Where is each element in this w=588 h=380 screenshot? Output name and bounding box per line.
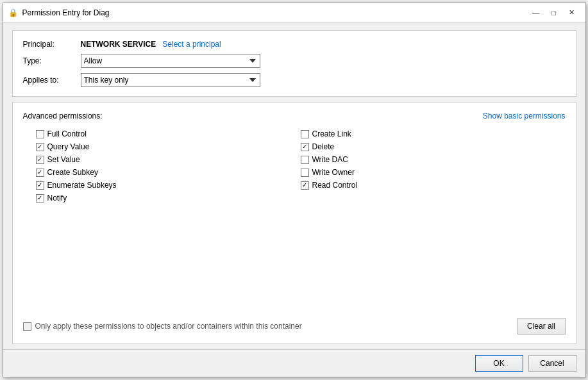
only-apply-label: Only apply these permissions to objects … (35, 322, 302, 331)
perm-label-create-link: Create Link (312, 129, 351, 138)
type-row: Type: Allow Deny (23, 54, 566, 68)
perm-label-create-subkey: Create Subkey (47, 168, 98, 177)
perm-checkbox-write-owner[interactable] (301, 169, 309, 177)
dialog-window: 🔒 Permission Entry for Diag — □ ✕ Princi… (3, 3, 586, 377)
footer-bar: OK Cancel (3, 349, 585, 377)
perm-checkbox-create-subkey[interactable] (36, 169, 44, 177)
perm-checkbox-enumerate-subkeys[interactable] (36, 181, 44, 190)
select-principal-link[interactable]: Select a principal (162, 40, 221, 49)
ok-button[interactable]: OK (475, 355, 523, 372)
only-apply-row: Only apply these permissions to objects … (23, 318, 566, 335)
title-bar-buttons: — □ ✕ (528, 6, 580, 20)
maximize-button[interactable]: □ (546, 6, 562, 20)
perm-item-write-dac: Write DAC (301, 154, 566, 165)
perm-label-delete: Delete (312, 142, 335, 151)
perm-checkbox-query-value[interactable] (36, 143, 44, 151)
permissions-section: Advanced permissions: Show basic permiss… (12, 102, 576, 344)
perm-item-empty (301, 192, 566, 204)
dialog-title: Permission Entry for Diag (22, 8, 528, 17)
section-title: Advanced permissions: (23, 112, 103, 120)
perm-item-create-subkey: Create Subkey (36, 167, 301, 178)
close-button[interactable]: ✕ (564, 6, 580, 20)
perm-checkbox-notify[interactable] (36, 194, 44, 202)
perm-checkbox-delete[interactable] (301, 143, 309, 151)
perm-item-notify: Notify (36, 192, 301, 204)
perm-checkbox-write-dac[interactable] (301, 156, 309, 164)
perm-item-read-control: Read Control (301, 179, 566, 191)
clear-all-button[interactable]: Clear all (517, 318, 566, 335)
minimize-button[interactable]: — (528, 6, 544, 20)
cancel-button[interactable]: Cancel (528, 355, 576, 372)
perm-label-write-dac: Write DAC (312, 155, 348, 164)
perm-checkbox-full-control[interactable] (36, 130, 44, 138)
permissions-grid: Full Control Create Link Query Value Del… (36, 128, 566, 204)
only-apply-checkbox[interactable] (23, 322, 31, 331)
perm-label-notify: Notify (47, 194, 67, 202)
top-section: Principal: NETWORK SERVICE Select a prin… (12, 30, 576, 97)
perm-checkbox-set-value[interactable] (36, 156, 44, 164)
applies-to-row: Applies to: This key only This key and s… (23, 73, 566, 87)
perm-item-delete: Delete (301, 141, 566, 153)
perm-item-write-owner: Write Owner (301, 167, 566, 178)
perm-item-enumerate-subkeys: Enumerate Subkeys (36, 179, 301, 191)
perm-label-read-control: Read Control (312, 181, 358, 190)
perm-label-enumerate-subkeys: Enumerate Subkeys (47, 181, 117, 190)
perm-label-set-value: Set Value (47, 155, 80, 164)
dialog-content: Principal: NETWORK SERVICE Select a prin… (3, 22, 585, 349)
principal-value: NETWORK SERVICE (81, 40, 156, 49)
perm-checkbox-read-control[interactable] (301, 181, 309, 190)
perm-label-write-owner: Write Owner (312, 168, 355, 177)
section-header: Advanced permissions: Show basic permiss… (23, 112, 566, 120)
applies-to-select[interactable]: This key only This key and subkeys Subke… (81, 73, 260, 87)
perm-label-query-value: Query Value (47, 142, 90, 151)
applies-to-label: Applies to: (23, 76, 81, 85)
dialog-icon: 🔒 (8, 8, 19, 18)
perm-label-full-control: Full Control (47, 129, 87, 138)
show-basic-link[interactable]: Show basic permissions (483, 112, 566, 120)
principal-label: Principal: (23, 40, 81, 49)
perm-item-set-value: Set Value (36, 154, 301, 165)
perm-item-query-value: Query Value (36, 141, 301, 153)
title-bar: 🔒 Permission Entry for Diag — □ ✕ (3, 3, 585, 22)
principal-row: Principal: NETWORK SERVICE Select a prin… (23, 40, 566, 49)
perm-item-full-control: Full Control (36, 128, 301, 140)
type-label: Type: (23, 56, 81, 65)
perm-item-create-link: Create Link (301, 128, 566, 140)
type-select[interactable]: Allow Deny (81, 54, 260, 68)
perm-checkbox-create-link[interactable] (301, 130, 309, 138)
